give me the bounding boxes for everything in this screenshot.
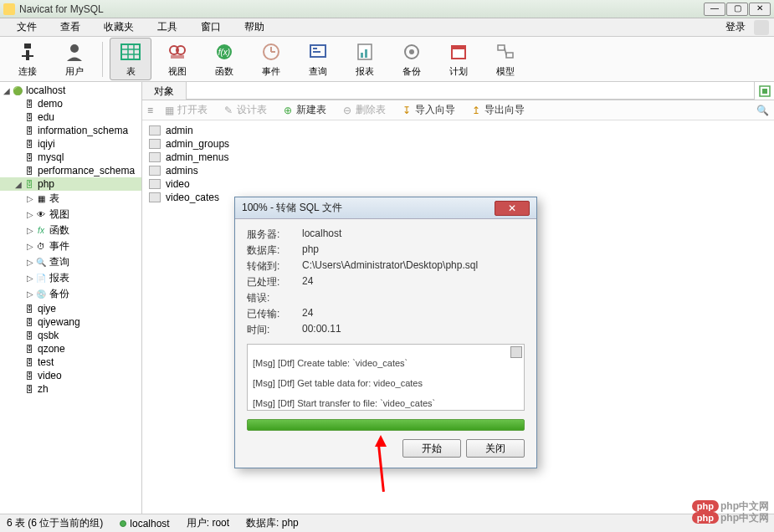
tree-queries[interactable]: ▷🔍查询 bbox=[0, 254, 141, 270]
table-icon bbox=[119, 40, 142, 64]
close-button[interactable]: ✕ bbox=[749, 3, 771, 16]
log-line: [Msg] [Dtf] Get table data for: video_ca… bbox=[253, 378, 519, 388]
tree-db-zh[interactable]: 🗄zh bbox=[0, 382, 141, 396]
view-icon bbox=[166, 40, 189, 64]
tree-functions[interactable]: ▷fx函数 bbox=[0, 223, 141, 238]
minus-icon: ⊖ bbox=[341, 105, 353, 116]
search-icon[interactable]: 🔍 bbox=[756, 105, 769, 116]
database-icon: 🗄 bbox=[23, 344, 35, 354]
menu-view[interactable]: 查看 bbox=[49, 20, 92, 34]
event-icon bbox=[259, 40, 283, 64]
tree-backups[interactable]: ▷💿备份 bbox=[0, 286, 141, 302]
menu-help[interactable]: 帮助 bbox=[233, 20, 276, 34]
database-icon: 🗄 bbox=[23, 99, 35, 109]
tree-db-iqiyi[interactable]: 🗄iqiyi bbox=[0, 137, 141, 151]
object-tabbar: 对象 bbox=[142, 82, 774, 100]
minimize-button[interactable]: — bbox=[704, 3, 725, 16]
menu-tools[interactable]: 工具 bbox=[146, 20, 189, 34]
svg-rect-27 bbox=[498, 45, 505, 50]
table-row[interactable]: admin_menus bbox=[142, 151, 774, 164]
label-errors: 错误: bbox=[247, 291, 302, 305]
svg-rect-2 bbox=[22, 55, 33, 57]
toolbar-model[interactable]: 模型 bbox=[484, 38, 526, 80]
plus-icon: ⊕ bbox=[282, 105, 294, 116]
login-link[interactable]: 登录 bbox=[720, 20, 751, 34]
status-connection: localhost bbox=[120, 518, 169, 529]
tree-db-qzone[interactable]: 🗄qzone bbox=[0, 342, 141, 356]
delete-table-button[interactable]: ⊖删除表 bbox=[336, 101, 391, 119]
tree-db-mysql[interactable]: 🗄mysql bbox=[0, 151, 141, 164]
value-dump-to: C:\Users\Administrator\Desktop\php.sql bbox=[302, 259, 525, 274]
start-button[interactable]: 开始 bbox=[402, 439, 461, 458]
label-time: 时间: bbox=[247, 323, 302, 337]
tree-db-demo[interactable]: 🗄demo bbox=[0, 97, 141, 110]
tree-db-qsbk[interactable]: 🗄qsbk bbox=[0, 329, 141, 342]
import-wizard-button[interactable]: ↧导入向导 bbox=[396, 101, 460, 119]
status-database: 数据库: php bbox=[246, 516, 299, 530]
tree-db-test[interactable]: 🗄test bbox=[0, 356, 141, 369]
close-button[interactable]: 关闭 bbox=[466, 439, 525, 458]
export-icon: ↥ bbox=[470, 105, 482, 116]
tree-connection[interactable]: ◢🟢localhost bbox=[0, 84, 141, 97]
export-wizard-button[interactable]: ↥导出向导 bbox=[465, 101, 530, 119]
value-server: localhost bbox=[302, 228, 525, 242]
toolbar-report[interactable]: 报表 bbox=[344, 38, 386, 80]
maximize-button[interactable]: ▢ bbox=[726, 3, 748, 16]
report-icon: 📄 bbox=[35, 274, 47, 284]
tree-db-video[interactable]: 🗄video bbox=[0, 369, 141, 382]
dialog-close-button[interactable]: ✕ bbox=[495, 201, 530, 216]
window-titlebar: Navicat for MySQL — ▢ ✕ bbox=[0, 0, 774, 18]
user-icon bbox=[63, 40, 86, 64]
tab-spacer bbox=[187, 82, 754, 100]
menu-window[interactable]: 窗口 bbox=[189, 20, 233, 34]
toolbar-backup[interactable]: 备份 bbox=[391, 38, 433, 80]
tree-db-qiyewang[interactable]: 🗄qiyewang bbox=[0, 315, 141, 329]
table-row[interactable]: admin_groups bbox=[142, 137, 774, 151]
label-dump-to: 转储到: bbox=[247, 259, 302, 274]
view-icon: 👁 bbox=[35, 210, 47, 220]
toolbar-view[interactable]: 视图 bbox=[156, 38, 198, 80]
label-database: 数据库: bbox=[247, 243, 302, 258]
svg-rect-19 bbox=[313, 51, 320, 53]
database-open-icon: 🗄 bbox=[23, 179, 35, 189]
table-row[interactable]: admin bbox=[142, 124, 774, 137]
tree-views[interactable]: ▷👁视图 bbox=[0, 207, 141, 223]
toolbar-query[interactable]: 查询 bbox=[297, 38, 339, 80]
tree-tables[interactable]: ▷▦表 bbox=[0, 191, 141, 207]
toolbar-connection[interactable]: 连接 bbox=[7, 38, 49, 80]
database-icon: 🗄 bbox=[23, 166, 35, 176]
tree-events[interactable]: ▷⏱事件 bbox=[0, 238, 141, 254]
toolbar-query-label: 查询 bbox=[309, 65, 327, 78]
menu-file[interactable]: 文件 bbox=[5, 20, 49, 34]
new-table-button[interactable]: ⊕新建表 bbox=[277, 101, 331, 119]
main-toolbar: 连接 用户 表 视图 f(x) 函数 事件 查询 报表 备份 计划 模型 bbox=[0, 37, 774, 82]
tab-objects[interactable]: 对象 bbox=[142, 82, 187, 100]
log-output[interactable]: [Msg] [Dtf] Create table: `video_cates` … bbox=[247, 344, 525, 411]
tree-db-qiye[interactable]: 🗄qiye bbox=[0, 302, 141, 315]
dialog-titlebar[interactable]: 100% - 转储 SQL 文件 ✕ bbox=[235, 197, 536, 219]
svg-text:f(x): f(x) bbox=[218, 48, 230, 57]
table-row[interactable]: admins bbox=[142, 164, 774, 177]
model-icon bbox=[494, 40, 517, 64]
toolbar-schedule[interactable]: 计划 bbox=[438, 38, 479, 80]
tree-db-php[interactable]: ◢🗄php bbox=[0, 177, 141, 191]
table-icon bbox=[149, 139, 161, 149]
tree-db-information-schema[interactable]: 🗄information_schema bbox=[0, 124, 141, 137]
design-table-button[interactable]: ✎设计表 bbox=[218, 101, 272, 119]
tree-db-edu[interactable]: 🗄edu bbox=[0, 110, 141, 124]
open-table-button[interactable]: ▦打开表 bbox=[158, 101, 213, 119]
toolbar-function[interactable]: f(x) 函数 bbox=[203, 38, 245, 80]
table-row[interactable]: video bbox=[142, 177, 774, 191]
toolbar-user-label: 用户 bbox=[65, 65, 84, 78]
menu-favorites[interactable]: 收藏夹 bbox=[92, 20, 146, 34]
avatar-icon[interactable] bbox=[754, 20, 769, 35]
toolbar-user[interactable]: 用户 bbox=[54, 38, 95, 80]
toolbar-table[interactable]: 表 bbox=[110, 38, 151, 80]
connection-tree[interactable]: ◢🟢localhost 🗄demo 🗄edu 🗄information_sche… bbox=[0, 82, 142, 514]
php-logo-icon: php bbox=[692, 500, 719, 512]
dump-sql-dialog: 100% - 转储 SQL 文件 ✕ 服务器:localhost 数据库:php… bbox=[234, 197, 537, 468]
tree-db-performance-schema[interactable]: 🗄performance_schema bbox=[0, 164, 141, 177]
tab-settings-icon[interactable] bbox=[754, 82, 774, 100]
toolbar-event[interactable]: 事件 bbox=[250, 38, 292, 80]
tree-reports[interactable]: ▷📄报表 bbox=[0, 270, 141, 286]
